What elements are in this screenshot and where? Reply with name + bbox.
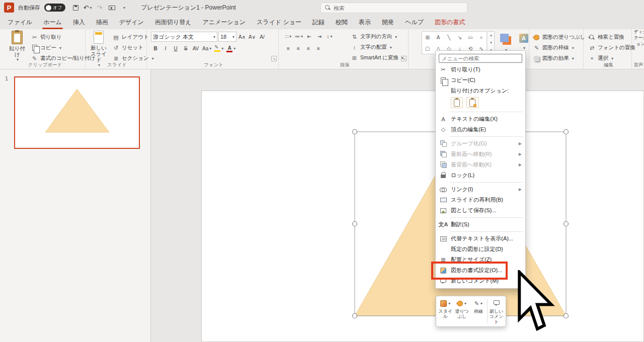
- bullets-button[interactable]: ∷: [284, 32, 293, 41]
- font-replace-button[interactable]: ⇄ フォントの置換: [587, 43, 637, 53]
- tab-animations[interactable]: アニメーション: [197, 15, 251, 29]
- decrease-indent-button[interactable]: ⇤: [305, 32, 314, 41]
- shape-outline-button[interactable]: ✎ 図形の枠線: [531, 43, 592, 53]
- tab-developer[interactable]: 開発: [376, 15, 399, 29]
- shape-arrow-icon[interactable]: ↘: [457, 35, 461, 40]
- search-input[interactable]: [334, 5, 463, 11]
- autosave-toggle[interactable]: オフ: [44, 4, 65, 12]
- clear-formatting-button[interactable]: A/: [258, 32, 267, 42]
- menu-search-input[interactable]: [439, 54, 522, 63]
- tab-review[interactable]: 校閲: [330, 15, 353, 29]
- menu-item-new-comment[interactable]: 新しいコメント(M): [436, 276, 525, 286]
- underline-button[interactable]: U: [171, 44, 180, 53]
- menu-separator: [450, 217, 523, 218]
- increase-indent-button[interactable]: ⇥: [315, 32, 324, 41]
- tab-home[interactable]: ホーム: [38, 15, 67, 29]
- slide-1-thumbnail[interactable]: [14, 76, 140, 149]
- align-justify-button[interactable]: ≡: [314, 44, 323, 53]
- paragraph-dialog-launcher[interactable]: ↘: [401, 56, 407, 61]
- ribbon-tab-bar: ファイル ホーム 挿入 描画 デザイン 画面切り替え アニメーション スライド …: [0, 15, 644, 29]
- menu-item-lock[interactable]: ロック(L): [436, 170, 525, 181]
- slide-canvas[interactable]: [201, 91, 644, 342]
- menu-item-copy[interactable]: コピー(C): [436, 75, 525, 86]
- strikethrough-button[interactable]: S: [181, 44, 190, 53]
- tab-insert[interactable]: 挿入: [67, 15, 91, 29]
- numbering-button[interactable]: ≔: [294, 32, 304, 41]
- menu-item-view-alt-text[interactable]: 代替テキストを表示(A)...: [436, 233, 525, 244]
- bold-button[interactable]: B: [151, 44, 160, 53]
- shape-rectangle-icon[interactable]: ▭: [468, 35, 472, 40]
- decrease-indent-icon: ⇤: [307, 34, 311, 39]
- align-right-button[interactable]: ≡: [304, 44, 313, 53]
- workspace: 1: [0, 69, 644, 342]
- tab-draw[interactable]: 描画: [91, 15, 114, 29]
- cut-button[interactable]: ✂ 切り取り: [29, 32, 97, 42]
- font-size-combo[interactable]: [218, 32, 236, 42]
- grow-font-button[interactable]: A∧: [237, 32, 247, 42]
- shape-textbox-icon[interactable]: ⊞: [425, 35, 429, 40]
- menu-item-cut[interactable]: ✂ 切り取り(T): [436, 64, 525, 75]
- mini-fill-button[interactable]: 塗りつぶし: [454, 298, 470, 325]
- tab-record[interactable]: 記録: [307, 15, 330, 29]
- save-as-picture-icon: [439, 208, 448, 213]
- menu-item-translate[interactable]: 文A 翻訳(S): [436, 219, 525, 230]
- menu-item-format-shape[interactable]: 図形の書式設定(O)...: [436, 265, 525, 276]
- undo-button[interactable]: ↶: [83, 2, 93, 13]
- paste-picture-button[interactable]: [466, 97, 478, 108]
- tab-view[interactable]: 表示: [353, 15, 376, 29]
- tab-file[interactable]: ファイル: [2, 15, 38, 29]
- shrink-font-button[interactable]: A∨: [248, 32, 257, 42]
- start-slideshow-button[interactable]: [107, 2, 117, 13]
- powerpoint-logo-icon[interactable]: P: [4, 3, 14, 13]
- align-left-button[interactable]: ≡: [284, 44, 293, 53]
- shape-rounded-rect-icon[interactable]: ▢: [425, 46, 430, 51]
- tab-slideshow[interactable]: スライド ショー: [251, 15, 307, 29]
- shape-effects-button[interactable]: 図形の効果: [531, 53, 592, 63]
- shape-wordart-icon[interactable]: A: [437, 35, 440, 40]
- mini-outline-button[interactable]: ✎ 枠線: [470, 298, 487, 325]
- mini-style-button[interactable]: スタイル: [437, 298, 454, 325]
- tab-help[interactable]: ヘルプ: [399, 15, 429, 29]
- dictate-button[interactable]: ディクテーション: [633, 29, 644, 47]
- gallery-up-icon[interactable]: ▴: [490, 33, 492, 37]
- mini-new-comment-button[interactable]: 新しいコメント: [488, 298, 505, 325]
- font-size-input[interactable]: [220, 34, 230, 40]
- menu-item-edit-text[interactable]: A テキストの編集(X): [436, 114, 525, 124]
- font-color-button[interactable]: A: [225, 44, 236, 53]
- text-highlight-button[interactable]: [213, 44, 224, 53]
- save-button[interactable]: [70, 2, 80, 13]
- tab-transitions[interactable]: 画面切り替え: [149, 15, 197, 29]
- paste-keep-source-button[interactable]: [451, 97, 463, 108]
- paste-button[interactable]: 貼り付け: [6, 31, 28, 62]
- shape-line-icon[interactable]: ╲: [447, 35, 450, 40]
- shape-oval-icon[interactable]: ○: [479, 35, 482, 40]
- quick-styles-icon: A: [519, 34, 528, 43]
- character-spacing-button[interactable]: AV: [191, 44, 200, 53]
- menu-item-edit-points[interactable]: ◇ 頂点の編集(E): [436, 124, 525, 135]
- font-family-combo[interactable]: [151, 32, 217, 42]
- font-family-input[interactable]: [153, 34, 211, 40]
- italic-button[interactable]: I: [161, 44, 170, 53]
- find-replace-button[interactable]: 検索と置換: [587, 32, 637, 42]
- shape-fill-button[interactable]: 図形の塗りつぶし: [531, 32, 592, 42]
- menu-item-size-and-position[interactable]: ⊞ 配置とサイズ(Z): [436, 254, 525, 265]
- bold-icon: B: [153, 46, 157, 51]
- text-direction-button[interactable]: ⇅ 文字列の方向: [349, 32, 405, 42]
- menu-item-reuse-slides[interactable]: スライドの再利用(B): [436, 195, 525, 205]
- tab-shape-format[interactable]: 図形の書式: [429, 15, 470, 29]
- tab-design[interactable]: デザイン: [114, 15, 149, 29]
- redo-button[interactable]: ↷: [95, 2, 105, 13]
- copy-button[interactable]: コピー: [29, 43, 97, 53]
- gallery-down-icon[interactable]: ▾: [490, 41, 492, 45]
- font-dialog-launcher[interactable]: ↘: [271, 56, 277, 61]
- menu-item-save-as-picture[interactable]: 図として保存(S)...: [436, 205, 525, 216]
- menu-item-set-default-shape[interactable]: 既定の図形に設定(D): [436, 244, 525, 254]
- align-center-button[interactable]: ≡: [294, 44, 303, 53]
- search-box[interactable]: [320, 3, 467, 13]
- menu-item-link[interactable]: リンク(I) ▾: [436, 184, 525, 195]
- quick-access-customize-button[interactable]: [119, 2, 129, 13]
- convert-to-smartart-button[interactable]: ⊞ SmartArt に変換: [349, 53, 405, 63]
- change-case-button[interactable]: Aa: [201, 44, 212, 53]
- align-text-button[interactable]: ↕ 文字の配置: [349, 42, 405, 52]
- line-spacing-button[interactable]: ↕: [325, 32, 334, 41]
